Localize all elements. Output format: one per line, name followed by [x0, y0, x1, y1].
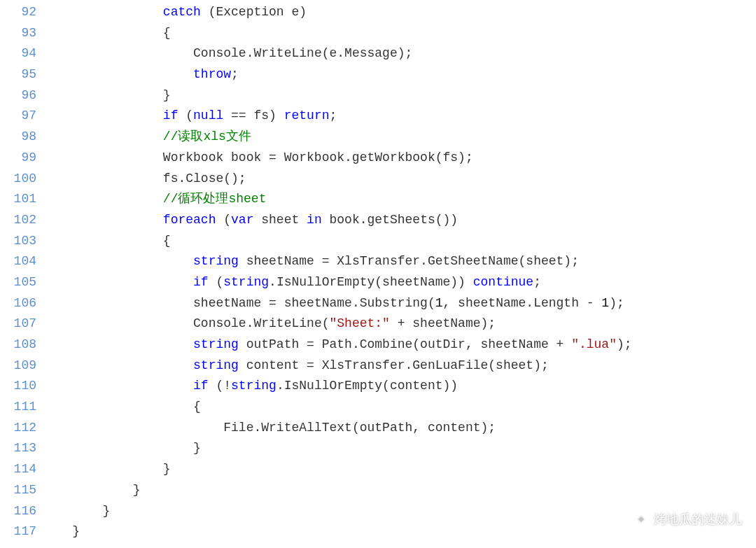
code-line: if (null == fs) return;: [42, 106, 756, 127]
token: in: [307, 213, 322, 227]
token: return: [284, 108, 330, 122]
code-block: 9293949596979899100101102103104105106107…: [0, 0, 756, 548]
watermark: ✦ 烤地瓜的迷妹儿: [633, 510, 742, 531]
line-number: 109: [0, 356, 36, 377]
line-number: 116: [0, 501, 36, 522]
token: "Sheet:": [329, 316, 389, 330]
token: //读取xls文件: [163, 129, 251, 143]
token: throw: [193, 67, 231, 81]
code-line: Console.WriteLine("Sheet:" + sheetName);: [42, 314, 756, 335]
token: string: [223, 275, 269, 289]
line-number: 117: [0, 521, 36, 542]
line-number: 114: [0, 459, 36, 480]
code-line: }: [42, 438, 756, 459]
token: 1: [435, 296, 443, 310]
code-line: if (!string.IsNullOrEmpty(content)): [42, 376, 756, 397]
line-number: 95: [0, 64, 36, 85]
code-content: catch (Exception e) { Console.WriteLine(…: [42, 2, 756, 548]
code-line: File.WriteAllText(outPath, content);: [42, 418, 756, 439]
line-number: 100: [0, 169, 36, 190]
wechat-icon: ✦: [633, 512, 650, 528]
line-number: 104: [0, 251, 36, 272]
line-number: 111: [0, 397, 36, 418]
line-number: 98: [0, 127, 36, 148]
line-number: 113: [0, 438, 36, 459]
code-line: catch (Exception e): [42, 2, 756, 23]
code-line: foreach (var sheet in book.getSheets()): [42, 210, 756, 231]
token: catch: [163, 5, 201, 19]
code-line: sheetName = sheetName.Substring(1, sheet…: [42, 293, 756, 314]
code-line: }: [42, 85, 756, 106]
line-number: 102: [0, 210, 36, 231]
code-line: //循环处理sheet: [42, 189, 756, 210]
code-line: {: [42, 23, 756, 44]
code-line: Console.WriteLine(e.Message);: [42, 43, 756, 64]
token: string: [231, 379, 276, 393]
line-number: 115: [0, 480, 36, 501]
code-line: throw;: [42, 64, 756, 85]
code-line: {: [42, 231, 756, 252]
line-number: 94: [0, 43, 36, 64]
code-line: {: [42, 397, 756, 418]
token: null: [193, 108, 223, 122]
token: var: [231, 213, 253, 227]
code-line: string sheetName = XlsTransfer.GetSheetN…: [42, 251, 756, 272]
line-number: 108: [0, 335, 36, 356]
token: if: [193, 379, 209, 393]
token: string: [193, 337, 239, 351]
line-number: 110: [0, 376, 36, 397]
line-number: 101: [0, 189, 36, 210]
token: string: [193, 358, 239, 372]
line-number-gutter: 9293949596979899100101102103104105106107…: [0, 2, 42, 548]
code-line: if (string.IsNullOrEmpty(sheetName)) con…: [42, 272, 756, 293]
watermark-text: 烤地瓜的迷妹儿: [654, 510, 742, 531]
line-number: 93: [0, 23, 36, 44]
code-line: }: [42, 480, 756, 501]
code-line: string content = XlsTransfer.GenLuaFile(…: [42, 356, 756, 377]
line-number: 105: [0, 272, 36, 293]
token: 1: [601, 296, 609, 310]
line-number: 107: [0, 314, 36, 335]
token: if: [163, 108, 178, 122]
token: foreach: [163, 213, 216, 227]
token: //循环处理sheet: [163, 192, 267, 206]
line-number: 97: [0, 106, 36, 127]
line-number: 99: [0, 148, 36, 169]
line-number: 106: [0, 293, 36, 314]
line-number: 103: [0, 231, 36, 252]
line-number: 112: [0, 418, 36, 439]
line-number: 92: [0, 2, 36, 23]
token: ".lua": [571, 337, 617, 351]
token: continue: [473, 275, 533, 289]
token: if: [193, 275, 209, 289]
code-line: //读取xls文件: [42, 127, 756, 148]
token: string: [193, 254, 239, 268]
code-line: string outPath = Path.Combine(outDir, sh…: [42, 335, 756, 356]
code-line: Workbook book = Workbook.getWorkbook(fs)…: [42, 148, 756, 169]
code-line: }: [42, 459, 756, 480]
line-number: 96: [0, 85, 36, 106]
code-line: fs.Close();: [42, 169, 756, 190]
